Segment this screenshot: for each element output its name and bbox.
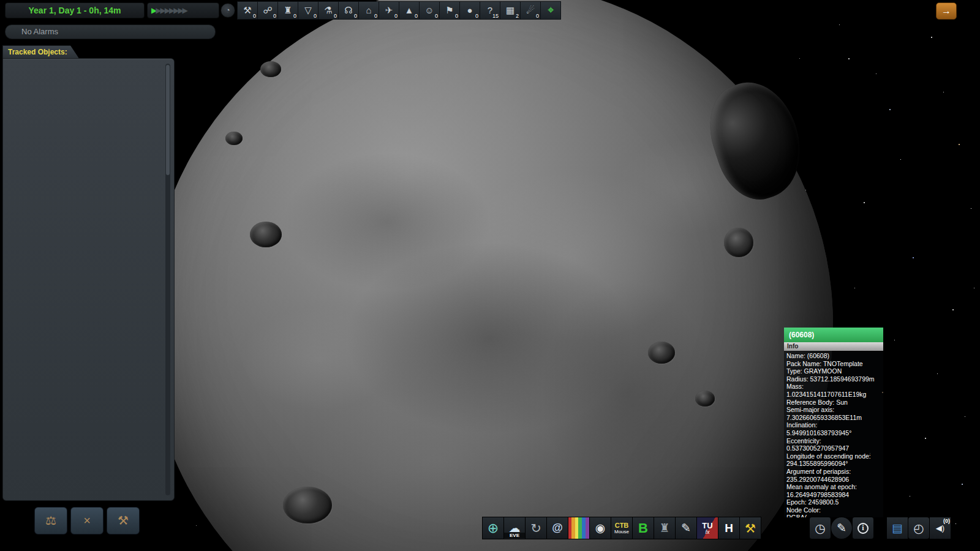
time-display: Year 1, Day 1 - 0h, 14m: [5, 2, 145, 18]
alarm-status-bar[interactable]: No Alarms: [5, 24, 216, 39]
filter-count: 0: [253, 13, 256, 19]
crater: [648, 342, 675, 364]
info-line: 294.1355895996094°: [786, 460, 881, 468]
b-mod-button[interactable]: B: [632, 517, 654, 539]
balance-icon: ⚖: [45, 514, 56, 527]
info-body: Name: (60608) Pack Name: TNOTemplate Typ…: [784, 351, 883, 517]
filter-count: 0: [354, 13, 357, 19]
filter-flag-button[interactable]: ⚑0: [439, 1, 460, 20]
wrench-button[interactable]: ⚒: [739, 517, 761, 539]
crater: [695, 391, 715, 407]
ctb-mouse-button[interactable]: CTBMouse: [611, 517, 633, 539]
mod-toolbar-right: ▤ ◴ ◀)(0): [887, 517, 951, 539]
crater: [225, 132, 243, 145]
object-info-panel: (60608) Info Name: (60608) Pack Name: TN…: [784, 328, 883, 517]
tracked-objects-tab: Tracked Objects:: [2, 45, 79, 58]
tracking-action-buttons: ⚖ × ⚒: [34, 507, 140, 534]
filter-count: 0: [334, 13, 337, 19]
filter-lander-button[interactable]: ▽0: [298, 1, 318, 20]
wrench-icon: ⚒: [745, 521, 756, 536]
mod-toolbar-main: ⊕ ☁EVE ↻ @ ◉ CTBMouse B ♜ ✎ TUfx H ⚒: [483, 517, 761, 539]
filter-count: 15: [492, 13, 499, 19]
info-line: Name: (60608): [786, 352, 881, 360]
exit-button[interactable]: →: [936, 2, 957, 20]
crater: [283, 487, 332, 523]
filter-base-button[interactable]: ▦2: [500, 1, 521, 20]
eve-label: EVE: [504, 533, 525, 538]
recover-button[interactable]: ⚖: [34, 507, 67, 534]
terminate-button[interactable]: ×: [70, 507, 104, 534]
crater: [250, 222, 282, 247]
notepad-icon: ✎: [681, 521, 691, 535]
filter-count: 0: [394, 13, 398, 19]
ctb-sublabel: Mouse: [614, 529, 629, 534]
scrollbar[interactable]: [165, 64, 170, 495]
brush-icon: ✎: [837, 521, 846, 535]
document-icon: ▤: [892, 521, 903, 535]
asteroid-tracker-button[interactable]: ⌖: [540, 1, 561, 20]
crater: [260, 61, 281, 77]
rover-icon: ♜: [659, 521, 669, 535]
stars-faint: [0, 0, 1, 1]
info-line: Type: GRAYMOON: [786, 367, 881, 375]
filter-probe-button[interactable]: ☍0: [257, 1, 278, 20]
fuel-gauge-icon: ◉: [595, 521, 606, 535]
warp-arrows-inactive[interactable]: ▶▶▶▶▶▶▶: [156, 6, 187, 15]
alarm-clock-button[interactable]: ◴: [908, 517, 930, 539]
filter-debris-button[interactable]: ⚒0: [237, 1, 258, 20]
filter-science-button[interactable]: ⚗0: [318, 1, 339, 20]
x-icon: ×: [83, 514, 91, 527]
filter-station-button[interactable]: ⌂0: [358, 1, 379, 20]
scrollbar-thumb[interactable]: [166, 65, 170, 175]
kos-button[interactable]: ▤: [886, 517, 908, 539]
info-line: 5.9499101638793945°: [786, 429, 881, 437]
info-line: Reference Body: Sun: [786, 399, 881, 407]
info-line: Mass:: [786, 383, 881, 391]
filter-unknown-button[interactable]: ?15: [480, 1, 500, 20]
filter-rover-button[interactable]: ♜0: [277, 1, 298, 20]
warp-gauge-icon: ◔: [221, 3, 235, 18]
tufx-label: TU: [702, 522, 712, 530]
ctb-label: CTB: [615, 522, 629, 529]
filter-kerbal-button[interactable]: ☺0: [419, 1, 440, 20]
fuel-button[interactable]: ◉: [589, 517, 611, 539]
rover-mod-button[interactable]: ♜: [654, 517, 676, 539]
info-icon: i: [858, 523, 869, 534]
info-line: Semi-major axis:: [786, 406, 881, 414]
colorbars-button[interactable]: [568, 517, 590, 539]
filter-comet-button[interactable]: ☄0: [520, 1, 541, 20]
eve-button[interactable]: ☁EVE: [503, 517, 526, 539]
clock-button[interactable]: ◷: [809, 517, 831, 539]
globe-button[interactable]: ⊕: [482, 517, 504, 539]
galaxy-button[interactable]: @: [546, 517, 568, 539]
warp-arrow-active[interactable]: ▶: [151, 6, 156, 15]
mod-toolbar-middle: ◷ ✎ i: [810, 517, 874, 539]
globe-icon: ⊕: [488, 520, 499, 536]
exit-icon: →: [941, 6, 951, 16]
h-mod-button[interactable]: H: [718, 517, 740, 539]
tufx-sublabel: fx: [705, 530, 709, 535]
time-warp-control[interactable]: ▶ ▶▶▶▶▶▶▶: [147, 2, 219, 18]
filter-plane-button[interactable]: ✈0: [379, 1, 399, 20]
filter-asteroid-button[interactable]: ●0: [459, 1, 480, 20]
b-icon: B: [638, 520, 648, 536]
notepad-button[interactable]: ✎: [675, 517, 697, 539]
info-button[interactable]: i: [852, 517, 874, 539]
info-line: Eccentricity:: [786, 437, 881, 445]
info-panel-title[interactable]: (60608): [784, 328, 883, 342]
h-icon: H: [725, 522, 733, 535]
info-tab[interactable]: Info: [784, 342, 883, 351]
speaker-button[interactable]: ◀)(0): [929, 517, 951, 539]
wrench-icon: ⚒: [118, 514, 129, 527]
brush-button[interactable]: ✎: [831, 517, 853, 539]
cycle-button[interactable]: ↻: [525, 517, 547, 539]
moon-body[interactable]: [147, 0, 833, 551]
fly-button[interactable]: ⚒: [107, 507, 140, 534]
tufx-button[interactable]: TUfx: [696, 517, 718, 539]
info-line: 1.0234151411707611E19kg: [786, 391, 881, 399]
info-line: Inclination:: [786, 421, 881, 429]
clock-icon: ◷: [815, 521, 825, 536]
cycle-icon: ↻: [530, 521, 541, 536]
filter-ship-button[interactable]: ▲0: [399, 1, 420, 20]
filter-relay-button[interactable]: ☊0: [338, 1, 359, 20]
